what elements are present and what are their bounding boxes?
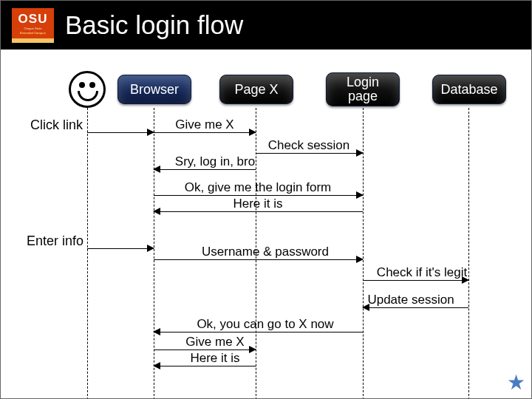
msg-login-form-req: Ok, give me the login form	[185, 180, 331, 195]
msg-sry-login: Sry, log in, bro	[175, 154, 255, 169]
actor-browser: Browser	[117, 75, 191, 104]
arrow-m8	[154, 332, 363, 332]
actor-page-x: Page X	[219, 75, 293, 104]
action-enter-info: Enter info	[27, 233, 83, 249]
actor-login-page: Login page	[326, 72, 400, 106]
msg-credentials: Username & password	[202, 245, 329, 259]
arrow-m10	[154, 366, 256, 366]
msg-check-session: Check session	[268, 138, 350, 153]
arrow-m6	[363, 280, 468, 281]
star-icon: ★	[507, 370, 525, 395]
msg-check-legit: Check if it's legit	[377, 265, 467, 280]
actor-page-x-label: Page X	[234, 83, 278, 97]
msg-update-session: Update session	[367, 293, 454, 307]
arrow-m4b	[154, 211, 363, 212]
logo-tag: Extended Campus	[20, 31, 46, 35]
msg-login-form-resp: Here it is	[233, 197, 282, 211]
actor-login-label: Login page	[335, 75, 390, 103]
arrow-user-click	[87, 132, 154, 133]
slide-title: Basic login flow	[65, 10, 243, 40]
logo-sub: Oregon State	[24, 27, 42, 30]
msg-here-it-is: Here it is	[190, 351, 239, 366]
arrow-m5	[154, 259, 363, 260]
osu-logo: OSU Oregon State Extended Campus	[12, 8, 54, 43]
msg-go-to-x: Ok, you can go to X now	[197, 317, 333, 332]
actor-database-label: Database	[440, 83, 497, 97]
arrow-m4a	[154, 195, 363, 196]
msg-give-me-x-2: Give me X	[185, 335, 244, 349]
actor-database: Database	[432, 75, 506, 104]
arrow-m1	[154, 132, 256, 133]
lifeline-user	[87, 108, 88, 399]
actor-browser-label: Browser	[130, 83, 179, 97]
logo-main: OSU	[18, 12, 48, 27]
lifeline-database	[468, 108, 469, 399]
header-bar: OSU Oregon State Extended Campus Basic l…	[1, 1, 532, 50]
arrow-m2	[256, 153, 363, 154]
arrow-m3	[154, 169, 256, 170]
user-icon	[69, 71, 106, 108]
action-click-link: Click link	[30, 117, 83, 133]
arrow-user-enter	[87, 248, 154, 249]
sequence-diagram: Browser Page X Login page Database Click…	[1, 75, 532, 392]
lifeline-browser	[154, 108, 154, 399]
arrow-m9	[154, 349, 256, 350]
msg-give-me-x-1: Give me X	[175, 117, 233, 132]
arrow-m7	[363, 307, 468, 308]
